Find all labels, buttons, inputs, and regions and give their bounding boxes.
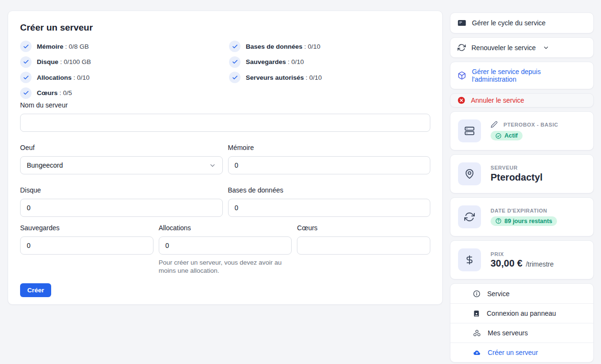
limit-backups: Sauvegardes : 0/10 (229, 54, 430, 70)
limit-label: Cœurs (37, 89, 58, 96)
action-label: Gérer le service depuis l'administration (472, 68, 586, 83)
cores-input[interactable] (297, 236, 430, 255)
limit-label: Allocations (37, 74, 72, 81)
server-card: SERVEUR Pterodactyl (450, 154, 594, 193)
price-card-label: PRIX (491, 251, 554, 257)
menu-item-label: Service (487, 290, 510, 298)
server-card-label: SERVEUR (491, 165, 543, 171)
chevron-down-icon (543, 44, 549, 51)
cancel-service-button[interactable]: Annuler le service (450, 93, 594, 107)
check-icon (20, 87, 32, 99)
map-pin-icon (458, 162, 481, 185)
action-label: Gérer le cycle du service (472, 19, 546, 27)
limit-disk: Disque : 0/100 GB (20, 54, 221, 70)
panel-login-icon (473, 310, 480, 317)
limit-value: 0/5 (63, 89, 72, 96)
info-icon (473, 290, 481, 298)
memory-label: Mémoire (228, 143, 431, 152)
limit-value: 0/10 (77, 74, 89, 81)
check-icon (229, 72, 240, 83)
dollar-icon (458, 248, 481, 271)
egg-selected-value: Bungeecord (27, 161, 63, 169)
refresh-icon (458, 43, 466, 52)
action-label: Annuler le service (471, 96, 524, 104)
server-name-field-group: Nom du serveur (20, 101, 430, 132)
menu-item-create-server[interactable]: Créer un serveur (450, 343, 593, 362)
menu-item-label: Mes serveurs (488, 329, 528, 337)
create-button[interactable]: Créer (20, 283, 51, 297)
limit-value: 0/10 (309, 74, 322, 81)
backups-label: Sauvegardes (20, 224, 153, 233)
chevron-down-icon (209, 162, 216, 169)
price-card: PRIX 30,00 € /trimestre (450, 240, 594, 279)
allocations-label: Allocations (159, 224, 292, 233)
limit-label: Sauvegardes (246, 58, 286, 65)
check-icon (20, 56, 32, 68)
egg-select[interactable]: Bungeecord (20, 156, 223, 174)
manage-cycle-button[interactable]: Gérer le cycle du service (450, 12, 594, 33)
limit-label: Bases de données (246, 43, 303, 50)
plan-name: PTEROBOX - BASIC (503, 122, 558, 128)
egg-label: Oeuf (20, 143, 223, 152)
databases-input[interactable] (228, 199, 431, 217)
x-circle-icon (458, 96, 465, 104)
limit-label: Disque (37, 58, 58, 65)
memory-input[interactable] (228, 156, 431, 174)
manage-from-admin-button[interactable]: Gérer le service depuis l'administration (450, 62, 594, 89)
renew-service-button[interactable]: Renouveler le service (450, 37, 594, 58)
menu-item-panel-login[interactable]: Connexion au panneau (450, 303, 593, 323)
expiry-card: DATE D'EXPIRATION 89 jours restants (450, 197, 594, 236)
menu-item-label: Connexion au panneau (487, 310, 556, 317)
limit-separator: : (72, 74, 77, 81)
row-backups-allocations-cores: Sauvegardes Allocations Pour créer un se… (20, 224, 430, 275)
resource-limits: Mémoire : 0/8 GB Disque : 0/100 GB Alloc… (20, 39, 430, 101)
action-label: Renouveler le service (471, 44, 536, 52)
allocations-help-text: Pour créer un serveur, vous devez avoir … (159, 258, 292, 275)
limit-separator: : (303, 43, 308, 50)
credit-card-icon (458, 19, 466, 27)
menu-item-my-servers[interactable]: Mes serveurs (450, 323, 593, 343)
limit-memory: Mémoire : 0/8 GB (20, 39, 221, 54)
sidebar: Gérer le cycle du service Renouveler le … (450, 12, 594, 363)
cores-label: Cœurs (297, 224, 430, 233)
limit-value: 0/8 GB (69, 43, 89, 50)
server-name-label: Nom du serveur (20, 101, 430, 110)
box-icon (458, 71, 466, 80)
check-icon (229, 41, 240, 52)
check-icon (20, 72, 32, 83)
limit-separator: : (304, 74, 309, 81)
row-egg-memory: Oeuf Bungeecord Mémoire (20, 143, 430, 174)
limit-databases: Bases de données : 0/10 (229, 39, 430, 54)
menu-item-label: Créer un serveur (488, 349, 538, 356)
menu-item-service[interactable]: Service (450, 284, 593, 303)
plan-card: PTEROBOX - BASIC Actif (450, 111, 594, 150)
server-icon (458, 119, 481, 142)
limit-cores: Cœurs : 0/5 (20, 86, 221, 101)
expiry-card-label: DATE D'EXPIRATION (491, 208, 557, 214)
cloud-plus-icon (473, 349, 481, 357)
disk-input[interactable] (20, 199, 223, 217)
backups-input[interactable] (20, 236, 153, 255)
limit-allowed-servers: Serveurs autorisés : 0/10 (229, 70, 430, 86)
refresh-icon (458, 205, 481, 228)
limit-separator: : (58, 89, 63, 96)
limit-value: 0/10 (308, 43, 320, 50)
page-title: Créer un serveur (20, 21, 430, 34)
create-server-card: Créer un serveur Mémoire : 0/8 GB Disque… (8, 11, 443, 305)
price-period: /trimestre (526, 260, 554, 268)
server-name-input[interactable] (20, 114, 430, 132)
limit-allocations: Allocations : 0/10 (20, 70, 221, 86)
limit-separator: : (58, 58, 64, 65)
check-icon (229, 56, 240, 68)
allocations-input[interactable] (159, 236, 292, 255)
edit-pencil-icon[interactable] (491, 121, 498, 128)
limit-value: 0/10 (291, 58, 304, 65)
cubes-icon (473, 329, 481, 337)
service-menu: Service Connexion au panneau Mes serveur… (450, 283, 594, 363)
limit-label: Serveurs autorisés (246, 74, 304, 81)
limit-label: Mémoire (37, 43, 64, 50)
row-disk-databases: Disque Bases de données (20, 186, 430, 217)
databases-label: Bases de données (228, 186, 431, 195)
status-badge: Actif (491, 131, 523, 140)
days-left-badge: 89 jours restants (491, 216, 557, 226)
